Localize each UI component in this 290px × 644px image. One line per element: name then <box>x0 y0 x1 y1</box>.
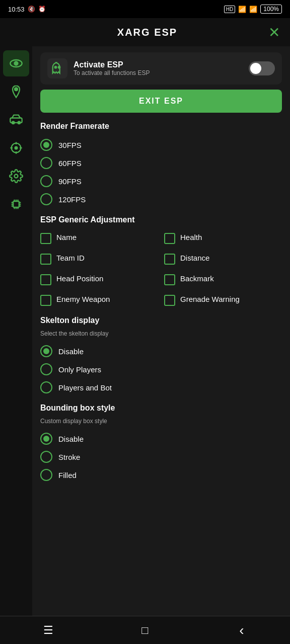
chip-icon <box>9 197 23 211</box>
activate-esp-subtitle: To activate all functions ESP <box>74 69 243 76</box>
checkbox-distance-label: Distance <box>180 253 209 263</box>
checkbox-health-label: Health <box>180 232 202 243</box>
framerate-90fps[interactable]: 90FPS <box>40 172 282 190</box>
signal-icon: 📶 <box>238 6 246 13</box>
sidebar-item-vehicle[interactable] <box>3 107 29 133</box>
framerate-120fps[interactable]: 120FPS <box>40 190 282 208</box>
svg-point-5 <box>18 122 21 124</box>
hd-badge: HD <box>224 6 235 13</box>
bounding-box-title: Bounding box style <box>40 404 282 413</box>
skelton-subtitle: Select the skelton display <box>40 330 282 337</box>
checkbox-enemy-weapon-label: Enemy Weapon <box>56 294 110 304</box>
checkbox-backmark-box <box>164 274 175 285</box>
radio-bbox-disable-label: Disable <box>58 435 84 443</box>
radio-bbox-stroke-circle <box>40 451 52 463</box>
radio-60fps-circle <box>40 157 52 169</box>
checkbox-name[interactable]: Name <box>40 229 158 247</box>
activate-esp-icon <box>47 58 67 78</box>
skelton-players-bot[interactable]: Players and Bot <box>40 378 282 396</box>
skelton-title: Skelton display <box>40 316 282 325</box>
checkbox-health-box <box>164 233 175 244</box>
bounding-box-radio-group: Disable Stroke Filled <box>40 430 282 484</box>
framerate-60fps[interactable]: 60FPS <box>40 154 282 172</box>
radio-skelton-players-bot-label: Players and Bot <box>58 383 112 392</box>
nav-back-button[interactable]: ‹ <box>222 616 262 645</box>
checkbox-distance[interactable]: Distance <box>164 250 282 268</box>
menu-icon: ☰ <box>43 624 53 637</box>
mute-icon: 🔇 <box>28 6 35 13</box>
home-icon: □ <box>141 624 148 637</box>
crosshair-icon <box>9 141 23 155</box>
status-right: HD 📶 📶 100% <box>224 5 282 14</box>
checkbox-health[interactable]: Health <box>164 229 282 247</box>
svg-point-26 <box>55 66 57 68</box>
esp-generic-section: ESP Generic Adjustment Name Health Team … <box>40 215 282 309</box>
checkbox-backmark[interactable]: Backmark <box>164 271 282 288</box>
checkbox-name-box <box>40 233 51 244</box>
sidebar <box>0 46 32 616</box>
sidebar-item-aimbot[interactable] <box>3 135 29 161</box>
exit-esp-button[interactable]: EXIT ESP <box>40 90 282 113</box>
radio-120fps-circle <box>40 193 52 205</box>
render-framerate-section: Render Framerate 30FPS 60FPS 90FPS 120FP… <box>40 122 282 208</box>
car-icon <box>9 113 23 127</box>
checkbox-distance-box <box>164 254 175 265</box>
nav-menu-button[interactable]: ☰ <box>28 616 68 645</box>
gear-icon <box>9 169 23 183</box>
checkbox-team-id[interactable]: Team ID <box>40 250 158 268</box>
svg-point-4 <box>12 122 15 124</box>
activate-esp-toggle[interactable] <box>249 61 275 75</box>
eye-icon <box>9 56 23 70</box>
checkbox-grenade-warning-box <box>164 295 175 306</box>
status-bar: 10:53 🔇 ⏰ HD 📶 📶 100% <box>0 0 290 18</box>
app-bar: XARG ESP ✕ <box>0 18 290 46</box>
radio-120fps-label: 120FPS <box>58 195 86 204</box>
svg-point-12 <box>15 175 18 178</box>
svg-rect-13 <box>13 201 19 207</box>
bbox-disable[interactable]: Disable <box>40 430 282 448</box>
sidebar-item-settings[interactable] <box>3 163 29 189</box>
checkbox-grenade-warning[interactable]: Grenade Warning <box>164 291 282 309</box>
skelton-disable[interactable]: Disable <box>40 342 282 360</box>
location-icon <box>9 85 23 99</box>
checkbox-enemy-weapon[interactable]: Enemy Weapon <box>40 291 158 309</box>
radio-30fps-circle <box>40 139 52 151</box>
skelton-only-players[interactable]: Only Players <box>40 360 282 378</box>
bounding-box-subtitle: Custom display box style <box>40 418 282 425</box>
radio-bbox-filled-label: Filled <box>58 471 77 479</box>
nav-home-button[interactable]: □ <box>125 616 165 645</box>
radio-90fps-label: 90FPS <box>58 177 82 186</box>
radio-skelton-only-players-circle <box>40 363 52 375</box>
wifi-icon: 📶 <box>249 6 257 13</box>
radio-skelton-disable-circle <box>40 345 52 357</box>
checkbox-name-label: Name <box>56 232 77 243</box>
bbox-filled[interactable]: Filled <box>40 466 282 484</box>
radio-skelton-only-players-label: Only Players <box>58 365 101 374</box>
checkbox-head-position[interactable]: Head Position <box>40 271 158 288</box>
framerate-radio-group: 30FPS 60FPS 90FPS 120FPS <box>40 136 282 208</box>
esp-generic-title: ESP Generic Adjustment <box>40 215 282 224</box>
sidebar-item-hardware[interactable] <box>3 191 29 217</box>
bbox-stroke[interactable]: Stroke <box>40 448 282 466</box>
render-framerate-title: Render Framerate <box>40 122 282 131</box>
svg-point-1 <box>15 62 18 65</box>
checkbox-backmark-label: Backmark <box>180 274 214 284</box>
back-icon: ‹ <box>239 622 244 638</box>
esp-generic-grid: Name Health Team ID Distance Head Positi… <box>40 229 282 309</box>
svg-point-27 <box>58 66 60 68</box>
svg-point-11 <box>15 147 18 149</box>
close-button[interactable]: ✕ <box>266 22 282 43</box>
checkbox-team-id-label: Team ID <box>56 253 85 263</box>
framerate-30fps[interactable]: 30FPS <box>40 136 282 154</box>
skelton-radio-group: Disable Only Players Players and Bot <box>40 342 282 396</box>
radio-bbox-filled-circle <box>40 469 52 481</box>
sidebar-item-esp-view[interactable] <box>3 50 29 76</box>
checkbox-team-id-box <box>40 254 51 265</box>
checkbox-head-position-label: Head Position <box>56 274 103 284</box>
activate-esp-title: Activate ESP <box>74 60 243 69</box>
alarm-icon: ⏰ <box>38 6 46 13</box>
sidebar-item-location[interactable] <box>3 78 29 105</box>
svg-point-2 <box>15 88 18 91</box>
main-layout: Activate ESP To activate all functions E… <box>0 46 290 616</box>
battery-display: 100% <box>260 5 282 14</box>
